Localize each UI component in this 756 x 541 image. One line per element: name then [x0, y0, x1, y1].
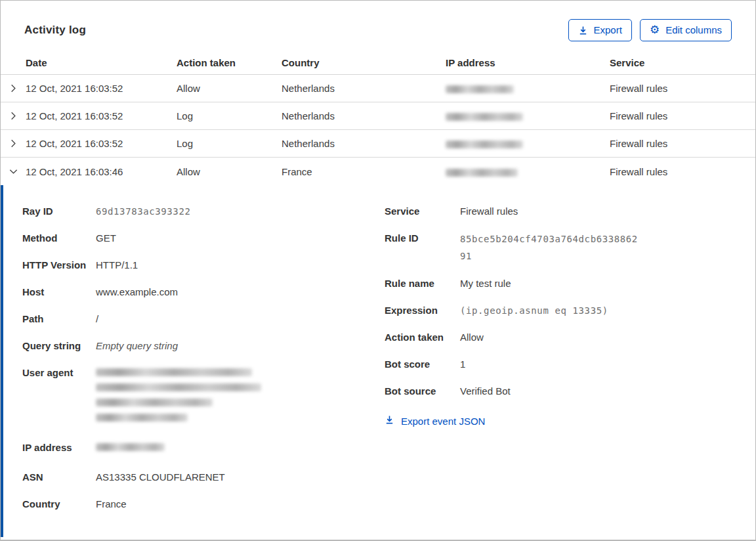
column-header-date: Date: [26, 57, 177, 68]
expanded-event-detail: Ray ID69d13783ac393322MethodGETHTTP Vers…: [1, 185, 755, 537]
detail-field-value: Allow: [460, 330, 484, 345]
detail-field-value: Firewall rules: [460, 204, 518, 219]
header: Activity log Export ⚙ Edit columns: [1, 1, 755, 41]
detail-field-value: GET: [96, 230, 116, 246]
detail-field: Expression(ip.geoip.asnum eq 13335): [385, 303, 742, 318]
detail-field: ASNAS13335 CLOUDFLARENET: [22, 469, 385, 485]
detail-field-label: Service: [385, 204, 460, 219]
detail-field-label: Rule ID: [385, 230, 460, 246]
detail-field: Query stringEmpty query string: [22, 338, 385, 354]
detail-field-label: Method: [22, 230, 96, 246]
row-ip-address-redacted: [446, 166, 610, 177]
detail-field: Rule ID85bce5b204cf4703a764dcb633886291: [385, 230, 742, 265]
row-action-taken: Allow: [177, 166, 282, 177]
chevron-down-icon[interactable]: [1, 167, 26, 177]
detail-field: HTTP VersionHTTP/1.1: [22, 257, 385, 273]
detail-field: Hostwww.example.com: [22, 284, 385, 300]
detail-field-value: 1: [460, 357, 465, 372]
row-service: Firewall rules: [610, 83, 755, 94]
detail-left-column: Ray ID69d13783ac393322MethodGETHTTP Vers…: [22, 204, 385, 537]
detail-field-value: HTTP/1.1: [96, 257, 138, 273]
detail-field: Ray ID69d13783ac393322: [22, 204, 385, 219]
detail-field-label: HTTP Version: [22, 257, 96, 273]
redacted-value-blur: [96, 443, 165, 451]
detail-field-value: Empty query string: [96, 338, 178, 354]
detail-field: Path/: [22, 311, 385, 327]
detail-field: IP address: [22, 440, 385, 458]
detail-field-label: Country: [22, 496, 96, 512]
redacted-ip-blur: [446, 141, 523, 148]
row-ip-address-redacted: [446, 138, 610, 149]
detail-right-column: ServiceFirewall rulesRule ID85bce5b204cf…: [385, 204, 742, 537]
detail-field-label: Bot score: [385, 357, 460, 372]
detail-field-value: My test rule: [460, 276, 511, 292]
row-date: 12 Oct, 2021 16:03:52: [26, 138, 177, 149]
download-icon: [578, 26, 588, 35]
table-row[interactable]: 12 Oct, 2021 16:03:52LogNetherlandsFirew…: [1, 102, 755, 130]
row-date: 12 Oct, 2021 16:03:52: [26, 83, 177, 94]
row-country: Netherlands: [282, 110, 446, 121]
column-header-ip-address: IP address: [446, 57, 610, 68]
detail-field-value: Verified Bot: [460, 383, 511, 399]
redacted-ip-blur: [446, 169, 518, 177]
detail-field-value: (ip.geoip.asnum eq 13335): [460, 303, 608, 318]
redacted-ip-blur: [446, 85, 514, 93]
detail-field-label: Expression: [385, 303, 460, 318]
detail-field-value: 69d13783ac393322: [96, 204, 190, 219]
detail-field: User agent: [22, 365, 385, 429]
detail-field: CountryFrance: [22, 496, 385, 512]
export-button-label: Export: [594, 24, 622, 36]
detail-field: Bot score1: [385, 357, 742, 372]
export-button[interactable]: Export: [568, 19, 632, 41]
redacted-value-blur: [96, 383, 261, 391]
export-event-json-label: Export event JSON: [401, 416, 485, 427]
chevron-right-icon[interactable]: [1, 111, 26, 121]
column-header-country: Country: [282, 57, 446, 68]
row-country: Netherlands: [282, 138, 446, 149]
table-row[interactable]: 12 Oct, 2021 16:03:52LogNetherlandsFirew…: [1, 130, 755, 158]
edit-columns-button[interactable]: ⚙ Edit columns: [640, 19, 732, 41]
detail-field-value: /: [96, 311, 98, 327]
row-country: Netherlands: [282, 83, 446, 94]
detail-field-value: [96, 440, 165, 458]
table-header-row: Date Action taken Country IP address Ser…: [1, 57, 755, 75]
table-row[interactable]: 12 Oct, 2021 16:03:52AllowNetherlandsFir…: [1, 75, 755, 102]
chevron-right-icon[interactable]: [1, 139, 26, 148]
detail-field-label: Path: [22, 311, 96, 327]
detail-field: MethodGET: [22, 230, 385, 246]
table-row[interactable]: 12 Oct, 2021 16:03:46AllowFranceFirewall…: [1, 158, 755, 185]
detail-field-label: Rule name: [385, 276, 460, 292]
export-event-json-link[interactable]: Export event JSON: [385, 415, 485, 427]
row-action-taken: Allow: [177, 83, 282, 94]
detail-field-label: Ray ID: [22, 204, 96, 219]
redacted-value-blur: [96, 414, 188, 422]
detail-field-label: Action taken: [385, 330, 460, 345]
detail-field-label: ASN: [22, 469, 96, 485]
row-service: Firewall rules: [610, 110, 755, 121]
row-action-taken: Log: [177, 138, 282, 149]
detail-field-label: Host: [22, 284, 96, 300]
column-header-action-taken: Action taken: [177, 57, 282, 68]
row-service: Firewall rules: [610, 166, 755, 177]
table-body: 12 Oct, 2021 16:03:52AllowNetherlandsFir…: [1, 75, 755, 185]
column-header-service: Service: [610, 57, 755, 68]
detail-field-value: www.example.com: [96, 284, 178, 300]
chevron-right-icon[interactable]: [1, 83, 26, 93]
detail-field: Bot sourceVerified Bot: [385, 383, 742, 399]
row-date: 12 Oct, 2021 16:03:52: [26, 110, 177, 121]
detail-field-value: AS13335 CLOUDFLARENET: [96, 469, 225, 485]
detail-field-label: Query string: [22, 338, 96, 354]
row-date: 12 Oct, 2021 16:03:46: [26, 166, 177, 177]
detail-field-value: [96, 365, 261, 429]
download-icon: [385, 415, 394, 427]
row-ip-address-redacted: [446, 110, 610, 121]
detail-field-label: IP address: [22, 440, 96, 456]
redacted-value-blur: [96, 368, 252, 376]
detail-field: Action takenAllow: [385, 330, 742, 345]
row-service: Firewall rules: [610, 138, 755, 149]
page-title: Activity log: [24, 24, 86, 37]
row-ip-address-redacted: [446, 83, 610, 94]
detail-field: ServiceFirewall rules: [385, 204, 742, 219]
detail-field-label: User agent: [22, 365, 96, 381]
row-action-taken: Log: [177, 110, 282, 121]
